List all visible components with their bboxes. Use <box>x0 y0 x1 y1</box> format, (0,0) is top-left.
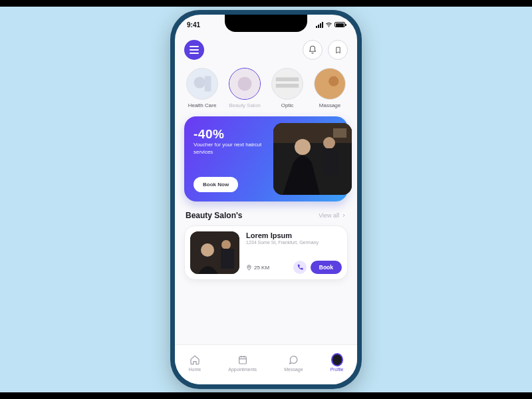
nav-home[interactable]: Home <box>189 354 201 372</box>
home-icon <box>190 354 200 365</box>
phone-frame: 9:41 <box>170 10 362 389</box>
section-title: Beauty Salon's <box>186 211 243 220</box>
svg-rect-7 <box>276 77 299 81</box>
promo-caption: Voucher for your next haircut services <box>194 142 267 156</box>
call-button[interactable] <box>293 261 307 274</box>
notifications-button[interactable] <box>303 40 323 60</box>
bookmark-icon <box>334 46 342 55</box>
avatar-icon <box>331 353 343 366</box>
category-massage[interactable]: Massage <box>312 68 348 108</box>
menu-button[interactable] <box>184 40 204 60</box>
svg-rect-22 <box>239 356 246 364</box>
battery-icon <box>334 22 345 27</box>
salon-distance: 25 KM <box>246 265 269 271</box>
svg-point-10 <box>329 76 338 86</box>
svg-rect-8 <box>276 84 299 88</box>
notch <box>225 15 307 32</box>
category-label: Optic <box>281 102 294 108</box>
bottom-nav: Home Appointments Message Profile <box>175 344 357 384</box>
nav-message[interactable]: Message <box>284 354 303 372</box>
svg-point-21 <box>249 266 250 267</box>
svg-point-5 <box>237 76 251 90</box>
salon-address: 1234 Some St, Frankfurt, Germany <box>246 240 342 245</box>
category-health-care[interactable]: Health Care <box>184 68 220 108</box>
svg-point-14 <box>323 137 335 149</box>
category-row[interactable]: Health Care Beauty Salon Optic Massage <box>184 66 348 116</box>
location-icon <box>246 265 252 271</box>
status-time: 9:41 <box>187 21 200 29</box>
svg-point-2 <box>194 76 205 88</box>
svg-point-19 <box>221 240 231 249</box>
promo-banner[interactable]: -40% Voucher for your next haircut servi… <box>184 116 348 201</box>
nav-profile[interactable]: Profile <box>331 354 344 372</box>
svg-point-0 <box>329 27 329 27</box>
category-beauty-salon[interactable]: Beauty Salon <box>227 68 263 108</box>
nav-appointments[interactable]: Appointments <box>228 354 257 372</box>
promo-image <box>273 123 352 195</box>
chat-icon <box>288 354 299 365</box>
category-label: Beauty Salon <box>229 102 261 108</box>
salon-name: Lorem Ipsum <box>246 231 342 239</box>
cellular-icon <box>316 22 323 28</box>
status-indicators <box>316 21 345 29</box>
category-optic[interactable]: Optic <box>269 68 305 108</box>
promo-book-button[interactable]: Book Now <box>194 177 238 192</box>
view-all-link[interactable]: View all <box>319 212 346 219</box>
calendar-icon <box>237 354 248 365</box>
salon-book-button[interactable]: Book <box>311 261 342 274</box>
category-label: Massage <box>319 102 340 108</box>
screen: 9:41 <box>175 15 357 384</box>
svg-rect-20 <box>221 249 234 269</box>
salon-image <box>190 231 239 274</box>
category-label: Health Care <box>188 102 217 108</box>
bookmark-button[interactable] <box>328 40 348 60</box>
svg-point-13 <box>295 139 311 155</box>
salon-card[interactable]: Lorem Ipsum 1234 Some St, Frankfurt, Ger… <box>184 225 348 280</box>
svg-rect-15 <box>323 148 338 175</box>
svg-rect-16 <box>333 128 346 138</box>
svg-point-18 <box>201 243 214 257</box>
chevron-right-icon <box>341 213 346 218</box>
svg-rect-3 <box>205 76 211 92</box>
phone-icon <box>297 264 303 271</box>
bell-icon <box>308 45 317 55</box>
wifi-icon <box>325 21 332 29</box>
